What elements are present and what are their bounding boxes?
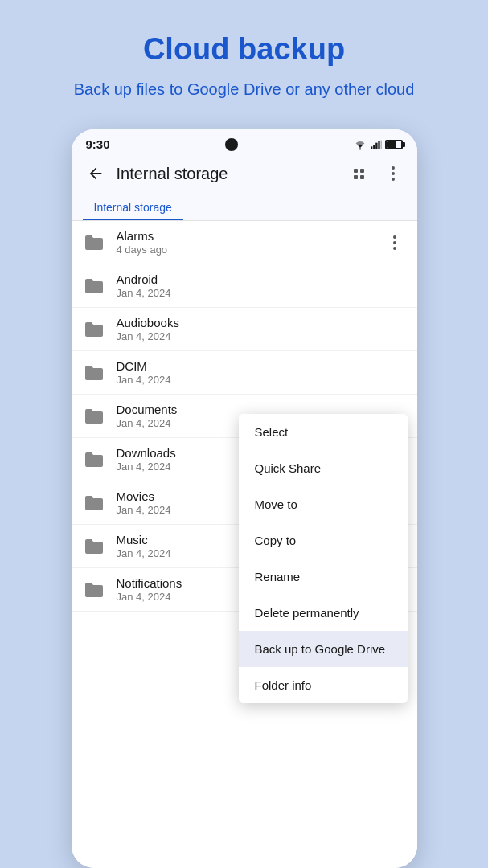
status-bar: 9:30	[72, 129, 417, 154]
subtitle: Back up files to Google Drive or any oth…	[16, 78, 472, 100]
tab-internal-storage[interactable]: Internal storage	[83, 193, 183, 220]
item-more-button[interactable]	[383, 231, 406, 254]
svg-rect-3	[375, 142, 377, 149]
wifi-icon	[353, 139, 367, 150]
file-date: Jan 4, 2024	[117, 287, 406, 299]
folder-icon	[83, 535, 105, 558]
file-date: Jan 4, 2024	[117, 374, 406, 386]
file-name: DCIM	[117, 359, 406, 373]
list-item: Audiobooks Jan 4, 2024	[72, 308, 417, 351]
app-bar: Internal storage	[72, 154, 417, 193]
context-menu-backup[interactable]: Back up to Google Drive	[239, 631, 408, 667]
folder-icon	[83, 231, 105, 254]
context-menu-folder-info[interactable]: Folder info	[239, 667, 408, 703]
svg-rect-5	[380, 140, 382, 149]
context-menu-move-to[interactable]: Move to	[239, 486, 408, 522]
folder-icon	[83, 579, 105, 601]
file-name: Audiobooks	[117, 316, 406, 330]
svg-point-0	[359, 148, 360, 149]
svg-rect-1	[371, 146, 372, 149]
camera-cutout	[225, 138, 238, 151]
file-date: Jan 4, 2024	[117, 330, 406, 342]
status-time: 9:30	[86, 137, 110, 151]
folder-icon	[83, 492, 105, 514]
back-button[interactable]	[83, 161, 109, 186]
phone-frame: 9:30 Internal s	[72, 129, 417, 868]
file-date: 4 days ago	[117, 244, 372, 256]
list-item: Alarms 4 days ago	[72, 221, 417, 264]
header-section: Cloud backup Back up files to Google Dri…	[0, 0, 488, 117]
folder-icon	[83, 318, 105, 341]
grid-view-button[interactable]	[347, 161, 372, 186]
main-title: Cloud backup	[16, 32, 472, 67]
folder-icon	[83, 275, 105, 297]
tab-bar: Internal storage	[72, 193, 417, 221]
svg-rect-2	[373, 145, 375, 149]
context-menu-quick-share[interactable]: Quick Share	[239, 450, 408, 486]
battery-icon	[385, 140, 403, 149]
context-menu: Select Quick Share Move to Copy to Renam…	[239, 414, 408, 703]
signal-icon	[371, 139, 382, 150]
more-options-button[interactable]	[380, 161, 406, 186]
file-info: Audiobooks Jan 4, 2024	[117, 316, 406, 342]
context-menu-copy-to[interactable]: Copy to	[239, 522, 408, 559]
list-item: Android Jan 4, 2024	[72, 264, 417, 308]
file-name: Alarms	[117, 229, 372, 243]
context-menu-rename[interactable]: Rename	[239, 559, 408, 595]
list-item: DCIM Jan 4, 2024	[72, 351, 417, 395]
file-name: Android	[117, 272, 406, 286]
app-bar-title: Internal storage	[117, 165, 338, 183]
folder-icon	[83, 448, 105, 471]
status-icons	[353, 139, 403, 150]
folder-icon	[83, 405, 105, 428]
file-info: Android Jan 4, 2024	[117, 272, 406, 299]
context-menu-delete[interactable]: Delete permanently	[239, 595, 408, 631]
file-list: Alarms 4 days ago Android Jan 4, 2024	[72, 221, 417, 868]
file-info: DCIM Jan 4, 2024	[117, 359, 406, 386]
file-info: Alarms 4 days ago	[117, 229, 372, 256]
context-menu-select[interactable]: Select	[239, 414, 408, 450]
svg-rect-4	[378, 141, 379, 149]
folder-icon	[83, 362, 105, 384]
